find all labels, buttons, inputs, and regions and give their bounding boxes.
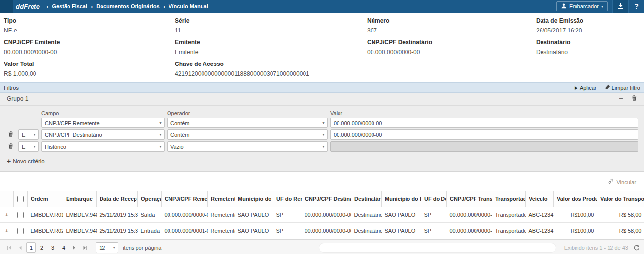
valor-input[interactable]: [330, 129, 638, 140]
column-header[interactable]: Destinatário: [351, 191, 382, 207]
column-header[interactable]: Município do De...: [382, 191, 421, 207]
table-cell: Remetente: [208, 207, 235, 223]
column-header[interactable]: UF do Rem...: [273, 191, 302, 207]
field-label: Chave de Acesso: [175, 61, 362, 67]
info-field: Valor Total R$ 1.000,00: [4, 61, 175, 77]
group-title: Grupo 1: [7, 95, 28, 102]
delete-group-button[interactable]: [631, 95, 637, 103]
chevron-down-icon: ▼: [33, 133, 36, 136]
table-cell: SAO PAULO: [235, 223, 273, 239]
campo-select[interactable]: Histórico ▼: [41, 141, 165, 152]
operador-select[interactable]: Contém ▼: [167, 129, 328, 140]
delete-criterion-button[interactable]: [6, 131, 16, 139]
filter-criterion-row: E ▼ Histórico ▼ Vazio ▼: [0, 141, 644, 152]
last-page-button[interactable]: [80, 242, 91, 253]
connector-select[interactable]: E ▼: [18, 129, 39, 140]
connector-select[interactable]: E ▼: [18, 141, 39, 152]
row-checkbox[interactable]: [17, 228, 24, 234]
select-all-checkbox[interactable]: [17, 196, 24, 202]
next-page-button[interactable]: [69, 242, 80, 253]
apply-filter-button[interactable]: ▶ Aplicar: [575, 85, 597, 91]
column-header[interactable]: Veículo: [526, 191, 554, 207]
trash-icon: [631, 95, 637, 103]
field-value: Emitente: [175, 49, 362, 56]
delete-criterion-button[interactable]: [6, 143, 16, 151]
help-button[interactable]: ?: [628, 0, 644, 13]
breadcrumb-item[interactable]: Gestão Fiscal: [43, 3, 87, 10]
clear-filter-label: Limpar filtro: [612, 85, 640, 91]
app-logo: ddFrete: [16, 3, 40, 10]
table-cell: R$ 58,00: [597, 207, 644, 223]
chevron-down-icon: ▼: [159, 133, 162, 136]
operador-select[interactable]: Vazio ▼: [167, 141, 328, 152]
column-header[interactable]: Valor do Transporte: [597, 191, 644, 207]
column-header[interactable]: UF do De...: [421, 191, 447, 207]
breadcrumb-item[interactable]: Vínculo Manual: [160, 3, 208, 10]
prev-page-button[interactable]: [15, 242, 26, 253]
page-button[interactable]: 1: [26, 242, 36, 253]
campo-select[interactable]: CNPJ/CPF Remetente ▼: [41, 118, 165, 128]
table-cell: Entrada: [138, 223, 162, 239]
filters-title: Filtros: [4, 85, 19, 91]
page-button[interactable]: 4: [59, 242, 68, 253]
column-header[interactable]: Valor dos Produtos: [554, 191, 597, 207]
info-field: Tipo NF-e: [4, 17, 175, 34]
breadcrumb-label: Documentos Originários: [96, 3, 159, 9]
column-header[interactable]: CNPJ/CPF Destinatário: [302, 191, 351, 207]
select-all-header[interactable]: [14, 191, 28, 207]
table-cell: Saída: [138, 207, 162, 223]
column-header[interactable]: Ordem: [28, 191, 63, 207]
clear-filter-button[interactable]: Limpar filtro: [605, 84, 640, 91]
table-cell: SP: [273, 223, 302, 239]
help-icon: ?: [634, 2, 639, 10]
expand-row-button[interactable]: +: [5, 228, 8, 234]
document-info: Tipo NF-e Série 11 Número 307 Data de Em…: [0, 13, 644, 82]
apply-filter-label: Aplicar: [580, 85, 597, 91]
column-header[interactable]: Data de Recepção: [97, 191, 138, 207]
table-cell: Destinatário: [351, 223, 382, 239]
chevron-right-icon: [87, 3, 96, 10]
column-header[interactable]: Município do Re...: [235, 191, 273, 207]
field-label: CNPJ/CPF Emitente: [4, 39, 170, 46]
vincular-button[interactable]: Vincular: [608, 178, 636, 186]
page-button[interactable]: 2: [37, 242, 47, 253]
expand-row-button[interactable]: +: [5, 212, 8, 218]
page-size-select[interactable]: 12 ▼: [96, 242, 118, 253]
campo-select[interactable]: CNPJ/CPF Destinatário ▼: [41, 129, 165, 140]
row-checkbox[interactable]: [17, 212, 24, 218]
page-size-value: 12: [99, 245, 105, 251]
valor-input[interactable]: [330, 118, 638, 128]
first-page-button[interactable]: [4, 242, 15, 253]
column-header[interactable]: Transportador: [492, 191, 526, 207]
column-header[interactable]: Embarque: [63, 191, 97, 207]
criteria-list: ▼ CNPJ/CPF Remetente ▼ Contém ▼ E ▼ CNPJ…: [0, 118, 644, 152]
field-label: Tipo: [4, 17, 170, 24]
field-value: 26/05/2017 16:20: [536, 27, 639, 34]
table-cell: SP: [273, 207, 302, 223]
vincular-label: Vincular: [616, 179, 636, 185]
add-criterion-button[interactable]: + Novo critério: [7, 159, 45, 164]
topbar: ddFrete Gestão FiscalDocumentos Originár…: [0, 0, 644, 13]
column-header[interactable]: Remetente: [208, 191, 235, 207]
user-menu-button[interactable]: Embarcador ▾: [556, 1, 608, 11]
column-header[interactable]: Operação: [138, 191, 162, 207]
page-button[interactable]: 3: [48, 242, 58, 253]
column-header[interactable]: CNPJ/CPF Remetente: [162, 191, 208, 207]
user-icon: [561, 3, 567, 10]
table-horizontal-scrollbar[interactable]: [319, 243, 556, 253]
topbar-right: Embarcador ▾ ?: [556, 0, 644, 13]
link-icon: [608, 178, 614, 186]
table-cell: Destinatário: [351, 207, 382, 223]
column-header[interactable]: CNPJ/CPF Transpor...: [447, 191, 492, 207]
valor-input[interactable]: [330, 141, 638, 152]
vincular-row: Vincular: [0, 172, 644, 190]
refresh-button[interactable]: [633, 244, 640, 251]
breadcrumb-item[interactable]: Documentos Originários: [87, 3, 160, 10]
download-button[interactable]: [612, 0, 628, 13]
operador-select[interactable]: Contém ▼: [167, 118, 328, 128]
field-value: R$ 1.000,00: [4, 70, 170, 77]
collapse-group-button[interactable]: −: [619, 96, 623, 101]
chevron-down-icon: ▼: [159, 121, 162, 125]
chevron-down-icon: ▾: [601, 4, 603, 9]
chevron-right-icon: [43, 3, 52, 10]
